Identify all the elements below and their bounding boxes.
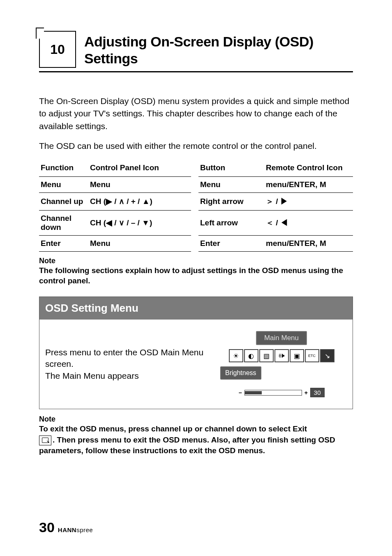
note2-line1: To exit the OSD menus, press channel up … <box>39 424 307 433</box>
brand-bold: HANN <box>58 526 76 533</box>
section-body: Press menu to enter the OSD Main Menu sc… <box>39 320 353 409</box>
brand: HANNspree <box>58 526 93 533</box>
table-row: Channel down CH (◀ / ∨ / – / ▼) Left arr… <box>39 210 353 235</box>
osd-brightness-label: Brightness <box>220 366 261 380</box>
table-header-row: Function Control Panel Icon Button Remot… <box>39 160 353 177</box>
cell-button: Menu <box>198 176 264 192</box>
exit-icon: ↘ <box>320 349 334 362</box>
page-footer: 30 HANNspree <box>39 519 93 535</box>
cell-button: Left arrow <box>198 210 264 235</box>
gap <box>191 210 198 235</box>
cell-cpi: CH (▶ / ∧ / + / ▲) <box>88 192 191 210</box>
cell-function: Menu <box>39 176 88 192</box>
note2-text: To exit the OSD menus, press channel up … <box>39 424 353 456</box>
exit-inline-icon <box>39 436 51 445</box>
table-row: Enter Menu Enter menu/ENTER, M <box>39 235 353 251</box>
header-remote-control-icon: Remote Control Icon <box>264 160 353 177</box>
chapter-number-box: 10 <box>39 31 76 68</box>
screen-icon: ▣ <box>290 349 304 362</box>
brightness-icon: ☀ <box>229 349 243 362</box>
cell-rci: menu/ENTER, M <box>264 235 353 251</box>
chapter-number: 10 <box>50 42 65 57</box>
function-table: Function Control Panel Icon Button Remot… <box>39 160 353 252</box>
slider-track <box>244 390 302 396</box>
gap <box>191 235 198 251</box>
audio-icon: 🕪 <box>274 349 289 362</box>
brand-light: spree <box>76 526 93 533</box>
minus-icon: − <box>238 389 242 396</box>
table-row: Menu Menu Menu menu/ENTER, M <box>39 176 353 192</box>
cell-rci: ＜ / ◀ <box>264 210 353 235</box>
cell-cpi: CH (◀ / ∨ / – / ▼) <box>88 210 191 235</box>
osd-main-menu-label: Main Menu <box>256 331 307 345</box>
chapter-title: Adjusting On-Screen Display (OSD) Settin… <box>84 31 353 68</box>
cell-cpi: Menu <box>88 235 191 251</box>
cell-cpi: Menu <box>88 176 191 192</box>
etc-icon: ETC <box>305 349 319 362</box>
section-line-1: Press menu to enter the OSD Main Menu sc… <box>45 348 203 368</box>
cell-function: Channel up <box>39 192 88 210</box>
gap <box>191 192 198 210</box>
table-row: Channel up CH (▶ / ∧ / + / ▲) Right arro… <box>39 192 353 210</box>
plus-icon: + <box>304 389 308 396</box>
note-text: The following sections explain how to ad… <box>39 265 353 286</box>
cell-function: Enter <box>39 235 88 251</box>
cell-button: Enter <box>198 235 264 251</box>
note-label: Note <box>39 257 353 265</box>
picture-icon: ▧ <box>259 349 274 362</box>
page-number: 30 <box>39 519 55 535</box>
osd-section-box: OSD Setting Menu Press menu to enter the… <box>39 297 353 409</box>
section-line-2: The Main Menu appears <box>45 371 139 380</box>
cell-function: Channel down <box>39 210 88 235</box>
section-body-text: Press menu to enter the OSD Main Menu sc… <box>45 347 210 382</box>
header-function: Function <box>39 160 88 177</box>
header-control-panel-icon: Control Panel Icon <box>88 160 191 177</box>
header-button: Button <box>198 160 264 177</box>
intro-paragraph-2: The OSD can be used with either the remo… <box>39 140 353 152</box>
cell-rci: menu/ENTER, M <box>264 176 353 192</box>
gap <box>191 160 198 177</box>
section-header: OSD Setting Menu <box>39 297 353 320</box>
osd-slider: − + 30 <box>238 388 324 397</box>
chapter-header: 10 Adjusting On-Screen Display (OSD) Set… <box>39 31 353 72</box>
osd-graphic: Main Menu ☀ ◐ ▧ 🕪 ▣ ETC ↘ Brightness − +… <box>218 331 345 397</box>
note2-label: Note <box>39 415 353 424</box>
slider-fill <box>245 391 262 394</box>
intro-paragraph-1: The On-Screen Display (OSD) menu system … <box>39 95 353 132</box>
slider-value: 30 <box>310 388 325 397</box>
note2-line2: . Then press menu to exit the OSD menus.… <box>39 436 335 455</box>
cell-rci: ＞ / ▶ <box>264 192 353 210</box>
cell-button: Right arrow <box>198 192 264 210</box>
osd-icon-bar: ☀ ◐ ▧ 🕪 ▣ ETC ↘ <box>229 349 334 362</box>
contrast-icon: ◐ <box>244 349 258 362</box>
gap <box>191 176 198 192</box>
